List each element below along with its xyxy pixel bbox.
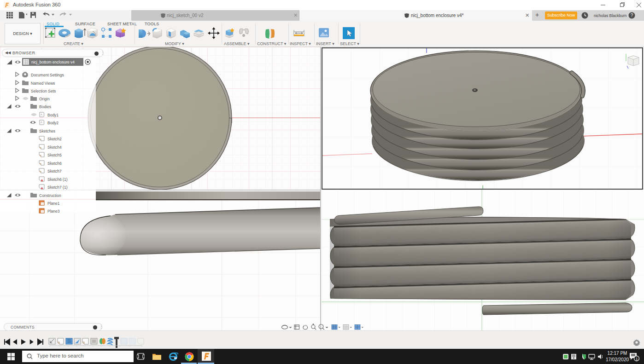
svg-text:1: 1 [636, 357, 638, 361]
svg-text:?: ? [631, 13, 633, 18]
